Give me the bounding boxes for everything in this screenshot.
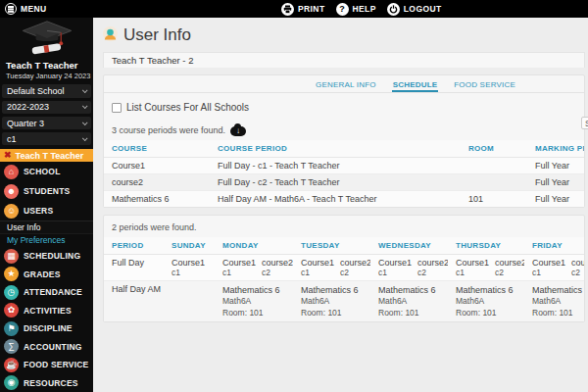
sidebar-item-resources[interactable]: ◉ RESOURCES (0, 373, 93, 392)
cell-period: Half Day AM (104, 281, 164, 322)
term-select-value: Quarter 3 (7, 119, 44, 128)
year-select-value: 2022-2023 (7, 102, 49, 112)
sidebar-item-label: DISCIPLINE (24, 323, 73, 333)
col-header-thursday: THURSDAY (448, 237, 524, 255)
chevron-down-icon (82, 104, 88, 110)
cell-thursday: Course1c1course2c2 (448, 255, 524, 281)
cell-sunday: Course1c1 (164, 255, 215, 281)
sidebar-item-user-info[interactable]: User Info (0, 220, 93, 233)
course-name: Mathematics 6 (378, 284, 448, 296)
col-header-sunday: SUNDAY (164, 237, 215, 255)
sidebar-item-label: GRADES (24, 270, 61, 279)
download-cloud-icon[interactable]: ↓ (230, 126, 246, 136)
power-icon (387, 3, 400, 16)
col-header-course-period: COURSE PERIOD (210, 140, 461, 158)
tab-schedule[interactable]: SCHEDULE (392, 80, 439, 92)
sidebar-item-label: ACCOUNTING (24, 342, 82, 352)
cell-marking-period: Full Year (527, 174, 584, 191)
attendance-icon: ◷ (4, 285, 19, 300)
menu-button[interactable]: MENU (5, 0, 47, 18)
sidebar-item-school[interactable]: ⌂ SCHOOL (0, 162, 93, 181)
col-header-monday: MONDAY (215, 237, 293, 255)
sidebar-item-activities[interactable]: ✿ ACTIVITIES (0, 301, 93, 319)
cell-course: Mathematics 6 (104, 191, 210, 208)
sidebar-item-users[interactable]: ☺ USERS (0, 201, 93, 220)
cell-sunday (164, 281, 215, 322)
sidebar-item-my-preferences[interactable]: My Preferences (0, 234, 93, 247)
cell-thursday: Mathematics 6 Math6A Room: 101 (448, 281, 524, 322)
sidebar-item-label: USERS (24, 206, 53, 216)
tab-food-service[interactable]: FOOD SERVICE (453, 80, 516, 92)
sidebar-item-attendance[interactable]: ◷ ATTENDANCE (0, 283, 93, 302)
page-title: User Info (123, 25, 191, 45)
course-name: Course1 (172, 258, 211, 268)
print-button[interactable]: PRINT (281, 3, 325, 16)
courses-found-row: 3 course periods were found. ↓ (104, 113, 584, 140)
sidebar-item-label: SCHOOL (24, 167, 61, 176)
sidebar-item-grades[interactable]: ★ GRADES (0, 265, 93, 283)
course-room: Room: 101 (301, 308, 370, 318)
graduation-cap-logo (0, 18, 93, 59)
term-select[interactable]: Quarter 3 (2, 117, 91, 129)
logout-label: LOGOUT (404, 4, 442, 14)
cell-friday: Mathematics 6 Math6A Room: 101 (524, 281, 584, 322)
course-name: Mathematics 6 (532, 284, 584, 296)
cell-room (461, 174, 527, 191)
tab-general-info[interactable]: GENERAL INFO (315, 80, 377, 92)
col-header-marking-period: MARKING PERIOD (527, 140, 584, 158)
discipline-icon: ⚑ (4, 321, 19, 336)
school-icon: ⌂ (4, 165, 19, 179)
cell-course-period: Full Day - c2 - Teach T Teacher (210, 174, 461, 191)
app-window: MENU PRINT ? HELP LOGOUT (0, 0, 588, 392)
sidebar-item-food-service[interactable]: ☕ FOOD SERVICE (0, 356, 93, 374)
sidebar-item-label: SCHEDULING (24, 251, 80, 261)
table-row: course2 Full Day - c2 - Teach T Teacher … (104, 174, 584, 191)
course-name: course2 (262, 258, 293, 268)
course-name: Mathematics 6 (456, 284, 524, 296)
cell-wednesday: Mathematics 6 Math6A Room: 101 (370, 281, 448, 322)
search-input[interactable]: S (581, 117, 588, 129)
cell-marking-period: Full Year (527, 158, 584, 174)
school-select[interactable]: Default School (2, 84, 91, 97)
cell-wednesday: Course1c1course2c2 (370, 255, 448, 281)
list-courses-checkbox-row[interactable]: List Courses For All Schools (104, 93, 584, 113)
help-button[interactable]: ? HELP (336, 3, 376, 16)
sidebar-item-scheduling[interactable]: ▦ SCHEDULING (0, 247, 93, 266)
course-name: course2 (340, 258, 370, 268)
course-name: Course1 (301, 258, 340, 268)
focused-teacher-item[interactable]: ✖ Teach T Teacher (0, 149, 93, 162)
sidebar-item-students[interactable]: ☻ STUDENTS (0, 181, 93, 201)
record-tab[interactable]: Teach T Teacher - 2 (103, 52, 585, 68)
logout-button[interactable]: LOGOUT (387, 3, 442, 16)
course-section: Math6A (301, 296, 370, 307)
course-section: c1 (172, 268, 211, 277)
class-select[interactable]: c1 (2, 132, 91, 145)
accounting-icon: ∑ (4, 339, 19, 354)
col-header-tuesday: TUESDAY (293, 237, 370, 255)
table-row: Mathematics 6 Half Day AM - Math6A - Tea… (104, 191, 584, 208)
cell-course: course2 (104, 174, 210, 191)
periods-found-text: 2 periods were found. (104, 216, 584, 237)
tab-bar: GENERAL INFO SCHEDULE FOOD SERVICE (104, 75, 584, 93)
cell-course: Course1 (104, 158, 210, 174)
list-courses-checkbox[interactable] (112, 103, 122, 113)
col-header-room: ROOM (461, 140, 527, 158)
chevron-down-icon (82, 120, 88, 125)
sidebar-item-discipline[interactable]: ⚑ DISCIPLINE (0, 319, 93, 338)
course-section: Math6A (222, 296, 293, 307)
col-header-course: COURSE (104, 140, 210, 158)
year-select[interactable]: 2022-2023 (2, 101, 91, 114)
periods-panel: 2 periods were found. PERIOD SUNDAY MOND… (103, 215, 585, 322)
print-label: PRINT (298, 4, 325, 14)
cell-marking-period: Full Year (527, 191, 584, 208)
sidebar-user-name: Teach T Teacher (0, 59, 93, 71)
course-section: c1 (222, 268, 262, 277)
sidebar-item-accounting[interactable]: ∑ ACCOUNTING (0, 337, 93, 356)
food-service-icon: ☕ (4, 358, 19, 372)
focused-teacher-label: Teach T Teacher (16, 151, 84, 161)
close-icon[interactable]: ✖ (4, 151, 12, 160)
sidebar-item-label: STUDENTS (24, 186, 70, 196)
col-header-period: PERIOD (104, 237, 164, 255)
cell-friday: Course1c1course2c2 (524, 255, 584, 281)
courses-table: COURSE COURSE PERIOD ROOM MARKING PERIOD… (104, 140, 584, 207)
